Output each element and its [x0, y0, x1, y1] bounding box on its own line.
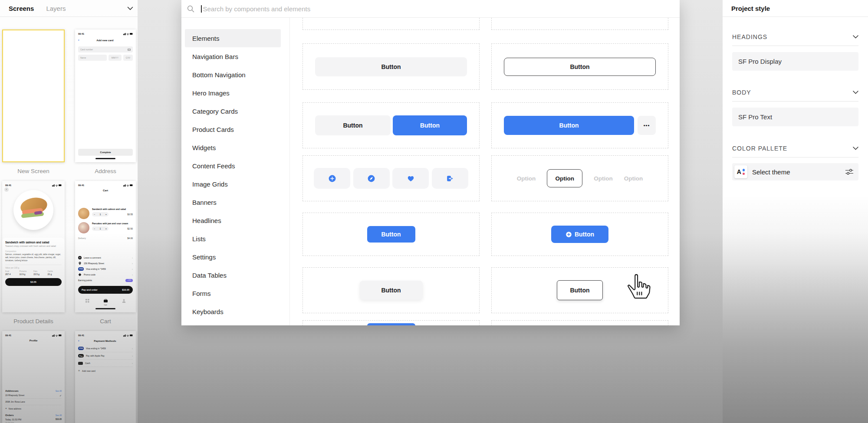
category-item-lists[interactable]: Lists	[185, 230, 281, 248]
component-cell	[491, 18, 668, 30]
compass-icon	[367, 174, 375, 183]
share-icon-button[interactable]	[432, 168, 468, 189]
app-window: Screens Layers New Screen 09:41	[0, 0, 868, 423]
expiry-field: MM/YY	[108, 55, 122, 61]
thumb-cart[interactable]: 09:41 Cart Sandwich with salmon and sala…	[75, 181, 136, 331]
component-cell: Button	[491, 267, 668, 313]
compass-icon-button[interactable]	[353, 168, 390, 189]
thumb-payment-methods[interactable]: 09:41 ‹ Payment Methods VISA Visa ending…	[75, 331, 136, 423]
category-item-forms[interactable]: Forms	[185, 284, 281, 302]
category-item-navigation-bars[interactable]: Navigation Bars	[185, 47, 281, 66]
category-item-category-cards[interactable]: Category Cards	[185, 102, 281, 120]
mini-title: Profile	[5, 339, 62, 386]
home-indicator	[95, 158, 115, 160]
product-image: ‹	[2, 187, 65, 238]
component-cell: Button	[491, 213, 668, 256]
category-item-content-feeds[interactable]: Content Feeds	[185, 157, 281, 175]
chevron-down-icon	[853, 147, 858, 150]
home-indicator	[95, 308, 115, 310]
search-input[interactable]: Search by components and elements	[203, 5, 311, 13]
wide-outline-button[interactable]: Button	[504, 58, 656, 76]
small-outline-button[interactable]: Button	[557, 280, 603, 300]
clipped-blue-button[interactable]	[367, 323, 415, 325]
promo-icon	[78, 273, 82, 276]
wide-gray-button[interactable]: Button	[315, 57, 467, 76]
sliders-icon[interactable]	[845, 169, 853, 175]
option-segment[interactable]: Option	[624, 175, 643, 182]
component-cell	[302, 18, 480, 30]
profile-nav-icon	[122, 299, 126, 303]
thumb-address[interactable]: 09:41 ‹ Add new card Card number Name	[75, 30, 136, 181]
cart-nav-icon	[104, 299, 108, 302]
apple-pay-badge: Pay	[78, 354, 84, 357]
status-icons	[123, 334, 133, 337]
category-item-widgets[interactable]: Widgets	[185, 138, 281, 157]
component-grid: Button Button Button Button Button •••	[290, 18, 680, 325]
search-bar[interactable]: Search by components and elements	[181, 0, 680, 18]
plus-circle-icon	[328, 174, 336, 183]
status-time: 09:41	[78, 33, 84, 35]
select-theme-row[interactable]: A Select theme	[732, 163, 858, 180]
option-segment[interactable]: Option	[517, 175, 536, 182]
status-time: 09:41	[78, 184, 84, 187]
thumb-product-details[interactable]: 09:41 ‹ Sandwich with salmon and salad T…	[2, 181, 65, 331]
project-style-panel: Project style HEADINGS SF Pro Display BO…	[723, 0, 868, 423]
cart-item-image	[78, 208, 89, 219]
component-cell	[491, 320, 668, 325]
cart-preview: 09:41 Cart Sandwich with salmon and sala…	[75, 181, 136, 312]
component-cell: Button	[302, 213, 480, 256]
component-cell: Option Option Option Option	[491, 155, 668, 201]
value-label: Value per 100 g	[5, 265, 62, 269]
component-cell	[302, 320, 480, 325]
screen-thumbnails: New Screen 09:41 ‹ Add new card Card num	[0, 17, 138, 423]
category-item-elements[interactable]: Elements	[185, 29, 281, 47]
category-item-data-tables[interactable]: Data Tables	[185, 266, 281, 284]
option-segment-selected[interactable]: Option	[547, 169, 582, 187]
visa-badge: VISA	[78, 347, 84, 350]
category-item-keyboards[interactable]: Keyboards	[185, 302, 281, 321]
tab-screens[interactable]: Screens	[9, 5, 34, 12]
thumb-new-screen[interactable]: New Screen	[2, 30, 65, 181]
cart-item-image	[78, 222, 89, 233]
small-gray-button[interactable]: Button	[360, 281, 423, 300]
component-cell: Button	[302, 43, 480, 90]
status-icons	[123, 184, 133, 187]
category-item-bottom-navigation[interactable]: Bottom Navigation	[185, 66, 281, 84]
category-item-image-grids[interactable]: Image Grids	[185, 175, 281, 193]
headings-font-field[interactable]: SF Pro Display	[732, 52, 858, 71]
cvv-field: CVV	[123, 55, 133, 61]
thumb-label: Address	[75, 162, 136, 181]
more-button[interactable]: •••	[638, 116, 656, 135]
search-icon	[187, 5, 194, 13]
thumb-profile[interactable]: 09:41 Profile Addresses See All 19 Rhaps…	[2, 331, 65, 423]
plus-icon-button[interactable]	[314, 168, 350, 189]
check-icon: ✓	[59, 394, 62, 397]
component-cell	[302, 155, 480, 201]
composition-text: Salmon, croissant, vegetable oil, egg yo…	[5, 253, 62, 262]
collapse-chevron-icon[interactable]	[127, 4, 133, 12]
thumb-label: New Screen	[2, 162, 65, 181]
category-item-headlines[interactable]: Headlines	[185, 211, 281, 230]
wide-blue-button[interactable]: Button	[504, 116, 634, 135]
color-palette-section-header[interactable]: COLOR PALLETE	[732, 145, 858, 157]
headings-section-header[interactable]: HEADINGS	[732, 33, 858, 46]
option-segment[interactable]: Option	[594, 175, 613, 182]
body-font-field[interactable]: SF Pro Text	[732, 108, 858, 126]
mini-title: Cart	[78, 189, 133, 204]
product-details-preview: 09:41 ‹ Sandwich with salmon and salad T…	[2, 181, 65, 312]
icon-blue-button[interactable]: Button	[551, 226, 608, 243]
heart-icon	[407, 174, 415, 183]
category-item-product-cards[interactable]: Product Cards	[185, 120, 281, 138]
tab-layers[interactable]: Layers	[46, 5, 66, 12]
category-item-banners[interactable]: Banners	[185, 193, 281, 211]
component-cell: Button	[491, 43, 668, 90]
screens-panel-header: Screens Layers	[0, 0, 138, 17]
heart-icon-button[interactable]	[392, 168, 429, 189]
small-blue-button[interactable]: Button	[367, 226, 415, 243]
gray-button[interactable]: Button	[315, 115, 391, 135]
payment-methods-preview: 09:41 ‹ Payment Methods VISA Visa ending…	[75, 331, 136, 423]
blue-button[interactable]: Button	[393, 115, 467, 135]
category-item-settings[interactable]: Settings	[185, 248, 281, 266]
body-section-header[interactable]: BODY	[732, 89, 858, 102]
category-item-hero-images[interactable]: Hero Images	[185, 84, 281, 102]
